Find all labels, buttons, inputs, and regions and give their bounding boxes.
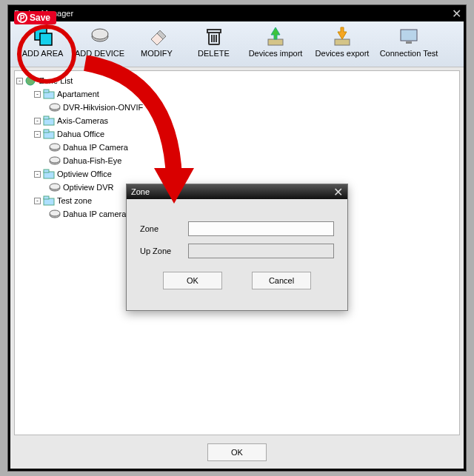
zone-input[interactable] <box>188 221 334 236</box>
svg-rect-1 <box>40 33 52 45</box>
tree-node-label: Dahua IP camera <box>63 209 126 218</box>
tree-node-label: Dahua IP Camera <box>63 143 128 152</box>
tree-node-label: Dahua Office <box>57 130 104 138</box>
collapse-icon[interactable]: - <box>34 131 41 138</box>
svg-rect-13 <box>335 39 350 45</box>
add-area-icon <box>33 26 53 47</box>
toolbar: ADD AREA ADD DEVICE MODIFY DELETE Device… <box>10 21 464 67</box>
dialog-close-icon[interactable]: ✕ <box>333 185 343 199</box>
window-close-icon[interactable]: ✕ <box>452 7 461 21</box>
add-device-icon <box>90 26 110 47</box>
svg-marker-12 <box>271 27 280 39</box>
import-icon <box>265 26 286 47</box>
svg-rect-11 <box>268 39 283 45</box>
svg-rect-25 <box>44 130 49 133</box>
collapse-icon[interactable]: - <box>34 171 41 178</box>
collapse-icon[interactable]: - <box>34 91 41 98</box>
export-icon <box>332 26 353 47</box>
collapse-icon[interactable]: - <box>16 78 23 84</box>
dialog-cancel-button[interactable]: Cancel <box>252 272 311 289</box>
devices-export-label: Devices export <box>316 49 370 58</box>
svg-point-29 <box>50 157 60 163</box>
tree-device-node[interactable]: Dahua IP Camera <box>15 141 459 154</box>
zone-dialog: Zone ✕ Zone Up Zone OK Cancel <box>126 184 348 311</box>
svg-point-27 <box>50 144 60 150</box>
tree-device-node[interactable]: DVR-Hikvision-ONVIF <box>15 101 459 114</box>
tree-area-node[interactable]: -Dahua Office <box>15 127 459 141</box>
pinterest-icon: P <box>17 13 27 23</box>
dialog-ok-button[interactable]: OK <box>163 272 222 289</box>
svg-rect-19 <box>44 90 49 93</box>
devices-export-button[interactable]: Devices export <box>310 24 375 64</box>
svg-marker-14 <box>338 27 347 39</box>
add-device-button[interactable]: ADD DEVICE <box>72 24 127 64</box>
tree-node-label: Optiview Office <box>57 170 112 178</box>
dialog-titlebar[interactable]: Zone ✕ <box>127 184 347 199</box>
connection-test-button[interactable]: Connection Test <box>376 24 441 64</box>
zone-field-label: Zone <box>140 224 188 233</box>
pinterest-save-label: Save <box>30 13 50 23</box>
tree-area-node[interactable]: -Axis-Cameras <box>15 114 459 127</box>
tree-area-node[interactable]: -Optiview Office <box>15 167 459 181</box>
collapse-icon[interactable]: - <box>34 118 41 124</box>
svg-rect-23 <box>44 116 49 119</box>
tree-node-label: DVR-Hikvision-ONVIF <box>63 103 143 112</box>
trash-icon <box>204 26 224 47</box>
delete-button[interactable]: DELETE <box>186 24 241 64</box>
main-ok-button[interactable]: OK <box>207 443 267 461</box>
modify-label: MODIFY <box>141 49 173 58</box>
tree-root[interactable]: - Zone List <box>15 74 459 87</box>
tree-root-label: Zone List <box>39 76 73 85</box>
svg-rect-35 <box>44 196 49 199</box>
svg-rect-16 <box>406 41 412 44</box>
dialog-title: Zone <box>131 187 150 196</box>
tree-area-node[interactable]: -Apartament <box>15 87 459 101</box>
collapse-icon[interactable]: - <box>34 198 41 204</box>
devices-import-button[interactable]: Devices import <box>243 24 308 64</box>
upzone-field-label: Up Zone <box>140 247 188 255</box>
add-area-button[interactable]: ADD AREA <box>15 24 70 64</box>
svg-point-21 <box>50 104 60 110</box>
dialog-body: Zone Up Zone OK Cancel <box>127 199 347 310</box>
tree-node-label: Axis-Cameras <box>57 116 108 125</box>
add-device-label: ADD DEVICE <box>75 49 124 58</box>
delete-label: DELETE <box>198 49 230 58</box>
svg-rect-15 <box>401 30 417 41</box>
connection-test-label: Connection Test <box>380 49 438 58</box>
monitor-icon <box>398 26 419 47</box>
devices-import-label: Devices import <box>249 49 303 58</box>
add-area-label: ADD AREA <box>22 49 64 58</box>
tree-device-node[interactable]: Dahua-Fish-Eye <box>15 154 459 167</box>
svg-point-33 <box>50 184 60 190</box>
svg-point-17 <box>26 76 35 85</box>
modify-button[interactable]: MODIFY <box>129 24 184 64</box>
window-titlebar: Device Manager ✕ <box>8 5 466 21</box>
tree-node-label: Test zone <box>57 196 92 205</box>
pinterest-save-button[interactable]: P Save <box>14 11 56 24</box>
eraser-icon <box>147 26 167 47</box>
tree-node-label: Dahua-Fish-Eye <box>63 156 121 165</box>
svg-point-37 <box>50 210 60 216</box>
tree-node-label: Apartament <box>57 90 99 98</box>
svg-rect-7 <box>207 30 221 33</box>
upzone-input <box>188 244 334 258</box>
svg-rect-31 <box>44 170 49 172</box>
window-footer: OK <box>10 435 464 469</box>
globe-icon <box>25 76 37 86</box>
tree-node-label: Optiview DVR <box>63 183 113 192</box>
svg-point-3 <box>92 29 108 39</box>
